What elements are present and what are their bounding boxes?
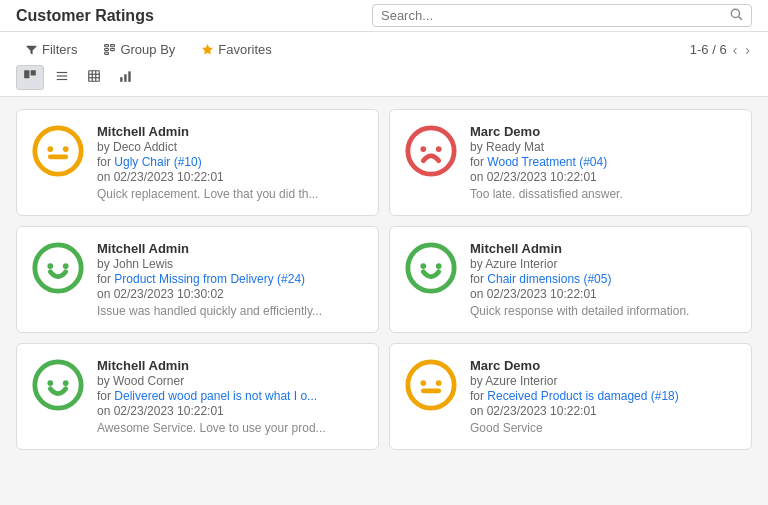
card-by: by Azure Interior bbox=[470, 374, 737, 388]
card: Marc Demo by Azure Interior for Received… bbox=[389, 343, 752, 450]
svg-point-29 bbox=[63, 263, 69, 269]
card-body: Mitchell Admin by John Lewis for Product… bbox=[97, 241, 364, 318]
group-icon bbox=[103, 43, 116, 56]
svg-point-37 bbox=[420, 380, 426, 386]
svg-rect-12 bbox=[89, 71, 100, 82]
svg-rect-4 bbox=[105, 52, 109, 54]
toolbar-top: Filters Group By Favorites 1-6 / 6 ‹ › bbox=[16, 38, 752, 61]
card-comment: Issue was handled quickly and efficientl… bbox=[97, 304, 364, 318]
card-by: by John Lewis bbox=[97, 257, 364, 271]
svg-point-27 bbox=[35, 245, 81, 291]
svg-point-32 bbox=[436, 263, 442, 269]
prev-page-button[interactable]: ‹ bbox=[731, 42, 740, 58]
card-for-link[interactable]: Chair dimensions (#05) bbox=[487, 272, 611, 286]
top-bar: Customer Ratings bbox=[0, 0, 768, 32]
svg-rect-19 bbox=[128, 71, 130, 82]
card-for-label: for bbox=[97, 155, 114, 169]
search-input[interactable] bbox=[381, 8, 729, 23]
svg-point-28 bbox=[47, 263, 53, 269]
card-date: on 02/23/2023 10:22:01 bbox=[470, 287, 737, 301]
cards-grid: Mitchell Admin by Deco Addict for Ugly C… bbox=[16, 109, 752, 450]
card-date: on 02/23/2023 10:22:01 bbox=[97, 404, 364, 418]
svg-point-20 bbox=[35, 128, 81, 174]
pagination: 1-6 / 6 ‹ › bbox=[690, 42, 752, 58]
card: Mitchell Admin by Azure Interior for Cha… bbox=[389, 226, 752, 333]
card-body: Mitchell Admin by Azure Interior for Cha… bbox=[470, 241, 737, 318]
card-for-link[interactable]: Product Missing from Delivery (#24) bbox=[114, 272, 305, 286]
table-icon bbox=[87, 69, 101, 83]
card-date: on 02/23/2023 10:22:01 bbox=[97, 170, 364, 184]
svg-point-33 bbox=[35, 362, 81, 408]
graph-view-button[interactable] bbox=[112, 65, 140, 90]
card-for: for Delivered wood panel is not what I o… bbox=[97, 389, 364, 403]
card-by: by Deco Addict bbox=[97, 140, 364, 154]
group-by-button[interactable]: Group By bbox=[94, 38, 184, 61]
rating-face bbox=[404, 358, 458, 412]
kanban-view-button[interactable] bbox=[16, 65, 44, 90]
star-icon bbox=[201, 43, 214, 56]
card-comment: Good Service bbox=[470, 421, 737, 435]
rating-face bbox=[31, 124, 85, 178]
card-comment: Quick replacement. Love that you did th.… bbox=[97, 187, 364, 201]
card-by: by Ready Mat bbox=[470, 140, 737, 154]
card-body: Mitchell Admin by Deco Addict for Ugly C… bbox=[97, 124, 364, 201]
svg-rect-2 bbox=[105, 45, 109, 47]
svg-point-30 bbox=[408, 245, 454, 291]
card-for: for Chair dimensions (#05) bbox=[470, 272, 737, 286]
kanban-icon bbox=[23, 69, 37, 83]
favorites-label: Favorites bbox=[218, 42, 271, 57]
rating-face bbox=[31, 358, 85, 412]
svg-rect-7 bbox=[24, 70, 29, 78]
card-for-label: for bbox=[470, 272, 487, 286]
next-page-button[interactable]: › bbox=[743, 42, 752, 58]
card-name: Mitchell Admin bbox=[97, 358, 364, 373]
card-by: by Azure Interior bbox=[470, 257, 737, 271]
search-icon-btn[interactable] bbox=[729, 7, 743, 24]
card-name: Mitchell Admin bbox=[470, 241, 737, 256]
svg-rect-8 bbox=[31, 70, 36, 75]
favorites-button[interactable]: Favorites bbox=[192, 38, 280, 61]
svg-point-22 bbox=[63, 146, 69, 152]
svg-rect-17 bbox=[120, 77, 122, 82]
list-view-button[interactable] bbox=[48, 65, 76, 90]
svg-point-26 bbox=[436, 146, 442, 152]
svg-rect-6 bbox=[111, 48, 115, 50]
card: Marc Demo by Ready Mat for Wood Treatmen… bbox=[389, 109, 752, 216]
filter-icon bbox=[25, 43, 38, 56]
card-body: Mitchell Admin by Wood Corner for Delive… bbox=[97, 358, 364, 435]
card-for-label: for bbox=[97, 272, 114, 286]
filters-button[interactable]: Filters bbox=[16, 38, 86, 61]
card: Mitchell Admin by John Lewis for Product… bbox=[16, 226, 379, 333]
card: Mitchell Admin by Deco Addict for Ugly C… bbox=[16, 109, 379, 216]
svg-rect-18 bbox=[124, 74, 126, 82]
toolbar: Filters Group By Favorites 1-6 / 6 ‹ › bbox=[0, 32, 768, 97]
search-container bbox=[372, 4, 752, 27]
card-for-link[interactable]: Received Product is damaged (#18) bbox=[487, 389, 678, 403]
svg-rect-5 bbox=[111, 45, 115, 47]
card-for-link[interactable]: Ugly Chair (#10) bbox=[114, 155, 201, 169]
card-comment: Awesome Service. Love to use your prod..… bbox=[97, 421, 364, 435]
card-comment: Quick response with detailed information… bbox=[470, 304, 737, 318]
svg-point-36 bbox=[408, 362, 454, 408]
card-for-link[interactable]: Wood Treatment (#04) bbox=[487, 155, 607, 169]
svg-point-24 bbox=[408, 128, 454, 174]
card-body: Marc Demo by Ready Mat for Wood Treatmen… bbox=[470, 124, 737, 201]
card-date: on 02/23/2023 10:22:01 bbox=[470, 170, 737, 184]
card-by: by Wood Corner bbox=[97, 374, 364, 388]
list-icon bbox=[55, 69, 69, 83]
rating-face bbox=[31, 241, 85, 295]
card: Mitchell Admin by Wood Corner for Delive… bbox=[16, 343, 379, 450]
card-name: Marc Demo bbox=[470, 124, 737, 139]
card-for: for Product Missing from Delivery (#24) bbox=[97, 272, 364, 286]
card-name: Mitchell Admin bbox=[97, 241, 364, 256]
card-for-link[interactable]: Delivered wood panel is not what I o... bbox=[114, 389, 317, 403]
filters-label: Filters bbox=[42, 42, 77, 57]
search-icon bbox=[729, 7, 743, 21]
content: Mitchell Admin by Deco Addict for Ugly C… bbox=[0, 97, 768, 462]
toolbar-bottom bbox=[16, 65, 752, 96]
card-comment: Too late. dissatisfied answer. bbox=[470, 187, 737, 201]
table-view-button[interactable] bbox=[80, 65, 108, 90]
svg-point-34 bbox=[47, 380, 53, 386]
card-for: for Ugly Chair (#10) bbox=[97, 155, 364, 169]
page-title: Customer Ratings bbox=[16, 7, 154, 25]
